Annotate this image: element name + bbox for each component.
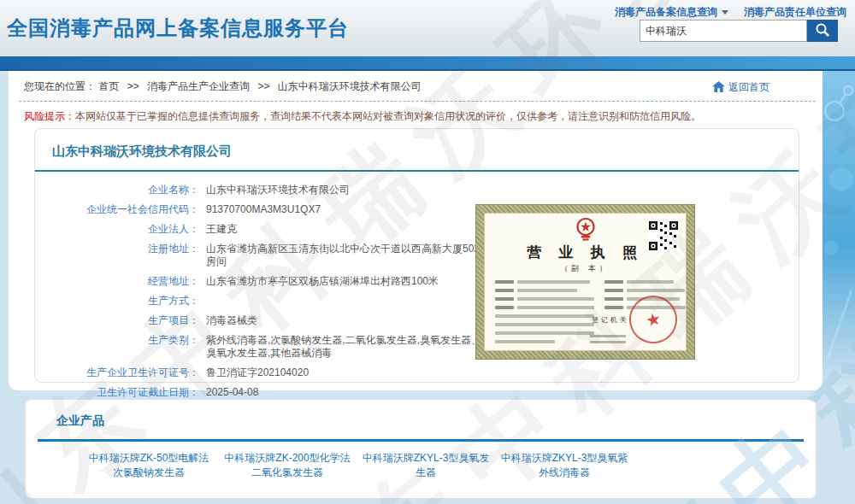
license-left-column: [495, 280, 594, 349]
company-name-heading: 山东中科瑞沃环境技术有限公司: [35, 129, 799, 172]
top-nav: 消毒产品备案信息查询 消毒产品责任单位查询: [615, 5, 846, 20]
field-row-business-address: 经营地址： 山东省潍坊市寒亭区双杨店镇湖淋埠出村路西100米: [35, 275, 514, 288]
risk-notice: 风险提示：本网站仅基于已掌握的信息提供查询服务，查询结果不代表本网站对被查询对象…: [24, 109, 701, 123]
product-link-zkyl3-ozone[interactable]: 中科瑞沃牌ZKYL-3型臭氧发生器: [361, 451, 491, 480]
field-row-company-name: 企业名称： 山东中科瑞沃环境技术有限公司: [35, 184, 514, 196]
nav-responsible-unit-query-label: 消毒产品责任单位查询: [744, 6, 846, 18]
site-header: 全国消毒产品网上备案信息服务平台 消毒产品备案信息查询 消毒产品责任单位查询: [0, 0, 855, 56]
nav-record-info-query[interactable]: 消毒产品备案信息查询: [615, 5, 728, 20]
back-home-label: 返回首页: [728, 80, 770, 95]
field-label: 经营地址：: [35, 275, 199, 288]
field-label: 生产项目：: [35, 314, 199, 327]
license-issuer-label: 登记机关: [592, 315, 629, 325]
product-link-zkyl3-uv[interactable]: 中科瑞沃牌ZKYL-3型臭氧紫外线消毒器: [499, 451, 629, 480]
back-home-link[interactable]: 返回首页: [712, 80, 770, 95]
field-value: 山东省潍坊高新区玉清东街以北中心次干道以西高新大厦502房间: [206, 243, 488, 268]
field-value: 消毒器械类: [206, 314, 488, 327]
home-icon: [712, 81, 725, 95]
site-title: 全国消毒产品网上备案信息服务平台: [7, 15, 349, 42]
nav-responsible-unit-query[interactable]: 消毒产品责任单位查询: [744, 5, 846, 20]
search-button[interactable]: [807, 20, 838, 42]
company-info-card: 山东中科瑞沃环境技术有限公司 企业名称： 山东中科瑞沃环境技术有限公司 企业统一…: [34, 128, 799, 383]
chevron-down-icon: [722, 10, 728, 15]
products-card: 企业产品 中科瑞沃牌ZK-50型电解法次氯酸钠发生器 中科瑞沃牌ZK-200型化…: [25, 399, 817, 499]
field-row-credit-code: 企业统一社会信用代码： 91370700MA3M3U1QX7: [35, 203, 514, 216]
field-label: 企业名称：: [35, 184, 199, 196]
field-value: 91370700MA3M3U1QX7: [206, 203, 488, 216]
field-label: 生产方式：: [35, 295, 199, 308]
dashed-divider: [19, 101, 816, 102]
national-emblem-icon: [575, 217, 597, 246]
field-value: 山东中科瑞沃环境技术有限公司: [206, 184, 488, 196]
field-label: 卫生许可证截止日期：: [35, 386, 199, 399]
nav-record-info-query-label: 消毒产品备案信息查询: [615, 6, 717, 18]
breadcrumb-prefix: 您现在的位置：: [24, 80, 96, 92]
page: 全国消毒产品网上备案信息服务平台 消毒产品备案信息查询 消毒产品责任单位查询: [0, 0, 855, 504]
field-value: [206, 295, 488, 308]
product-link-zk200[interactable]: 中科瑞沃牌ZK-200型化学法二氧化氯发生器: [222, 451, 352, 480]
field-value: 2025-04-08: [206, 386, 488, 399]
seal-star: ★: [644, 308, 663, 331]
license-date-lines: [590, 331, 626, 343]
products-heading: 企业产品: [26, 400, 816, 439]
field-value: 紫外线消毒器,次氯酸钠发生器,二氧化氯发生器,臭氧发生器、臭氧水发生器,其他器械…: [206, 334, 488, 360]
search-input[interactable]: [640, 20, 807, 42]
field-label: 企业法人：: [35, 223, 199, 236]
field-row-hygiene-license-no: 生产企业卫生许可证号： 鲁卫消证字202104020: [35, 366, 514, 379]
field-value: 鲁卫消证字202104020: [206, 366, 488, 379]
field-row-legal-person: 企业法人： 王建克: [35, 223, 514, 236]
field-label: 生产类别：: [35, 334, 199, 360]
breadcrumb-item-company[interactable]: 山东中科瑞沃环境技术有限公司: [278, 80, 422, 92]
breadcrumb-item-enterprise-query[interactable]: 消毒产品生产企业查询: [147, 80, 250, 92]
risk-notice-text: 本网站仅基于已掌握的信息提供查询服务，查询结果不代表本网站对被查询对象信用状况的…: [75, 110, 701, 122]
breadcrumb-separator: >>: [127, 80, 139, 92]
field-row-license-expiry-date: 卫生许可证截止日期： 2025-04-08: [35, 386, 514, 399]
main-panel: 您现在的位置： 首页 >> 消毒产品生产企业查询 >> 山东中科瑞沃环境技术有限…: [9, 71, 823, 390]
search-icon: [815, 22, 830, 40]
header-divider-bar: [0, 56, 855, 71]
decorative-side-band: [823, 71, 855, 387]
risk-notice-label: 风险提示：: [24, 110, 75, 122]
products-list: 中科瑞沃牌ZK-50型电解法次氯酸钠发生器 中科瑞沃牌ZK-200型化学法二氧化…: [84, 451, 816, 480]
field-row-registered-address: 注册地址： 山东省潍坊高新区玉清东街以北中心次干道以西高新大厦502房间: [35, 243, 514, 268]
search-bar: [640, 20, 838, 42]
breadcrumb: 您现在的位置： 首页 >> 消毒产品生产企业查询 >> 山东中科瑞沃环境技术有限…: [24, 79, 422, 94]
company-fields: 企业名称： 山东中科瑞沃环境技术有限公司 企业统一社会信用代码： 9137070…: [35, 184, 514, 406]
field-label: 企业统一社会信用代码：: [35, 203, 199, 216]
product-link-zk50[interactable]: 中科瑞沃牌ZK-50型电解法次氯酸钠发生器: [84, 451, 214, 480]
products-divider: [38, 439, 804, 442]
breadcrumb-separator: >>: [257, 80, 269, 92]
license-subtitle: （副 本）: [485, 263, 686, 274]
business-license-image: 营 业 执 照 （副 本）: [475, 204, 695, 360]
field-value: 王建克: [206, 223, 488, 236]
license-paper: 营 业 执 照 （副 本）: [484, 213, 687, 351]
field-row-production-project: 生产项目： 消毒器械类: [35, 314, 514, 327]
field-value: 山东省潍坊市寒亭区双杨店镇湖淋埠出村路西100米: [206, 275, 488, 288]
field-label: 生产企业卫生许可证号：: [35, 366, 199, 379]
breadcrumb-item-home[interactable]: 首页: [98, 80, 119, 92]
field-row-production-method: 生产方式：: [35, 295, 514, 308]
field-row-production-category: 生产类别： 紫外线消毒器,次氯酸钠发生器,二氧化氯发生器,臭氧发生器、臭氧水发生…: [35, 334, 514, 360]
qr-code: [648, 220, 679, 255]
field-label: 注册地址：: [35, 243, 199, 268]
